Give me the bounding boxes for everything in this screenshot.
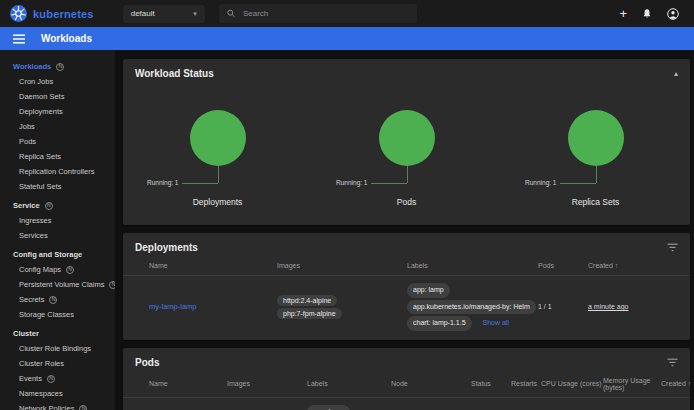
deployments-card: Deployments Name [123,233,690,340]
label-chip: app: lamp [307,405,350,410]
legend-connector [560,183,596,184]
sidebar-item-label: Replication Controllers [19,167,94,176]
sidebar-item-label: Events [19,374,42,383]
sidebar-item-cron-jobs[interactable]: Cron Jobs [0,74,115,89]
column-header-node[interactable]: Node [391,371,471,398]
sidebar-item-workloads[interactable]: Workloads N [0,59,115,74]
namespaced-badge-icon: N [66,266,74,274]
sidebar-item-label: Ingresses [19,216,52,225]
sidebar-item-deployments[interactable]: Deployments [0,104,115,119]
collapse-chevron-icon[interactable]: ▴ [674,70,678,78]
status-column-header [123,256,149,276]
sidebar-item-replication-controllers[interactable]: Replication Controllers [0,164,115,179]
notifications-bell-icon[interactable] [642,8,652,19]
sidebar-item-replica-sets[interactable]: Replica Sets [0,149,115,164]
column-header-memory-usage[interactable]: Memory Usage (bytes) [603,371,661,398]
kubernetes-logo-icon[interactable] [10,5,27,22]
sidebar-item-label: Services [19,231,48,240]
sidebar-item-label: Storage Classes [19,310,74,319]
column-header-cpu-usage[interactable]: CPU Usage (cores) [541,371,603,398]
card-title: Pods [135,357,159,368]
column-header-labels[interactable]: Labels [307,371,391,398]
sidebar-item-label: Persistent Volume Claims [19,280,104,289]
chart-title: Deployments [123,197,312,207]
sidebar-item-label: Stateful Sets [19,182,62,191]
search-input[interactable] [243,9,409,18]
sidebar-item-label: Namespaces [19,389,63,398]
column-header-name[interactable]: Name [149,371,227,398]
sidebar-item-network-policies[interactable]: Network Policies N [0,401,115,410]
table-row: my-lamp-lamp httpd:2.4-alpine php:7-fpm-… [123,276,690,340]
sidebar-item-storage-classes[interactable]: Storage Classes [0,307,115,322]
chart-title: Pods [312,197,501,207]
namespaced-badge-icon: N [56,63,64,71]
column-header-name[interactable]: Name [149,256,277,276]
created-timestamp-link[interactable]: a minute ago [588,303,628,310]
sidebar-item-cluster-role-bindings[interactable]: Cluster Role Bindings [0,341,115,356]
sidebar-item-events[interactable]: Events N [0,371,115,386]
show-all-link[interactable]: Show all [482,319,508,326]
table-header-row: Name Images Labels Node Status Restarts … [123,371,690,398]
sidebar-item-ingresses[interactable]: Ingresses [0,213,115,228]
sidebar-item-cluster[interactable]: Cluster [0,326,115,341]
sidebar-item-service[interactable]: Service N [0,198,115,213]
column-header-status[interactable]: Status [471,371,511,398]
legend-label: Running: 1 [336,179,367,186]
label-chip: app.kubernetes.io/managed-by: Helm [407,300,536,315]
chart-pods: Running: 1 Pods [312,82,501,215]
column-header-images[interactable]: Images [277,256,407,276]
sidebar-item-label: Cluster Roles [19,359,64,368]
column-header-restarts[interactable]: Restarts [511,371,541,398]
label-chip: app: lamp [407,283,450,298]
sidebar-item-jobs[interactable]: Jobs [0,119,115,134]
pie-chart-deployments[interactable] [190,110,246,166]
sidebar-item-label: Replica Sets [19,152,61,161]
filter-icon[interactable] [667,358,678,367]
create-resource-button[interactable]: + [619,9,627,19]
column-header-created[interactable]: Created ↑ [588,256,690,276]
sidebar-nav: Workloads N Cron Jobs Daemon Sets Deploy… [0,50,115,410]
menu-hamburger-icon[interactable] [13,34,25,44]
card-title: Deployments [135,242,198,253]
chart-title: Replica Sets [501,197,690,207]
sidebar-item-cluster-roles[interactable]: Cluster Roles [0,356,115,371]
sidebar-item-label: Config Maps [19,265,61,274]
namespaced-badge-icon: N [47,375,55,383]
workload-status-card: Workload Status ▴ Running: 1 Deployments… [123,59,690,225]
column-header-images[interactable]: Images [227,371,307,398]
legend-connector [371,183,407,184]
sidebar-item-label: Service [13,201,40,210]
pie-chart-replica-sets[interactable] [568,110,624,166]
sidebar-item-pods[interactable]: Pods [0,134,115,149]
card-title: Workload Status [135,68,214,79]
deployment-name-link[interactable]: my-lamp-lamp [149,302,197,311]
sidebar-item-daemon-sets[interactable]: Daemon Sets [0,89,115,104]
app-bar: Workloads [0,27,694,50]
chart-deployments: Running: 1 Deployments [123,82,312,215]
pie-chart-pods[interactable] [379,110,435,166]
sidebar-item-namespaces[interactable]: Namespaces [0,386,115,401]
brand-title[interactable]: kubernetes [33,8,94,20]
sort-ascending-icon: ↑ [688,380,692,387]
sidebar-item-config-and-storage[interactable]: Config and Storage [0,247,115,262]
pods-card: Pods Name [123,348,690,410]
workload-status-charts: Running: 1 Deployments Running: 1 Pods R… [123,82,690,225]
sidebar-item-secrets[interactable]: Secrets N [0,292,115,307]
sidebar-item-services[interactable]: Services [0,228,115,243]
column-header-labels[interactable]: Labels [407,256,538,276]
column-header-created[interactable]: Created ↑ [661,371,690,398]
label-chip: chart: lamp-1.1.5 [407,316,472,331]
legend-connector [596,166,597,183]
namespace-selector[interactable]: default ▾ [123,5,205,23]
sidebar-item-label: Pods [19,137,36,146]
filter-icon[interactable] [667,243,678,252]
namespaced-badge-icon: N [45,202,53,210]
namespace-value: default [131,9,155,18]
sidebar-item-config-maps[interactable]: Config Maps N [0,262,115,277]
sidebar-item-stateful-sets[interactable]: Stateful Sets [0,179,115,194]
column-header-pods[interactable]: Pods [538,256,588,276]
search-bar[interactable] [219,4,417,23]
sidebar-item-persistent-volume-claims[interactable]: Persistent Volume Claims N [0,277,115,292]
user-account-icon[interactable] [667,8,679,20]
sidebar-item-label: Config and Storage [13,250,82,259]
